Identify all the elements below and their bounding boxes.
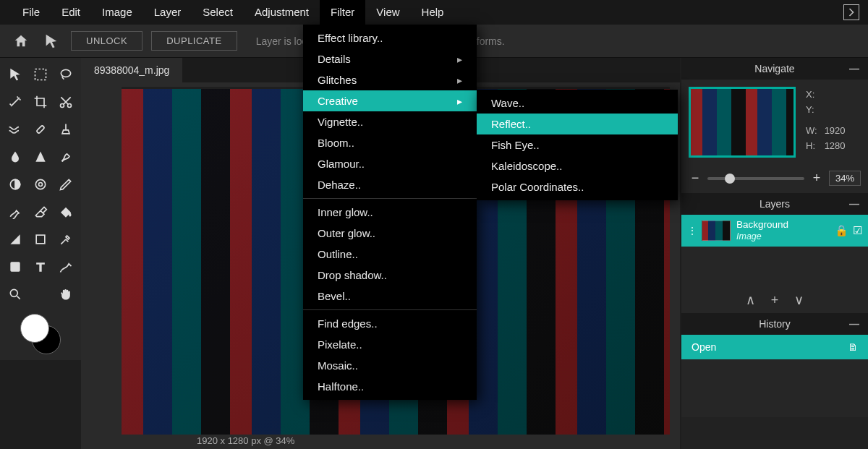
filter-effect-library[interactable]: Effect library.. <box>303 27 477 48</box>
shape-tool[interactable] <box>30 228 51 250</box>
dodge-tool[interactable] <box>4 174 25 195</box>
unlock-button[interactable]: UNLOCK <box>71 31 142 51</box>
eraser-tool[interactable] <box>30 201 51 223</box>
menu-help[interactable]: Help <box>411 0 455 25</box>
menu-edit[interactable]: Edit <box>51 0 91 25</box>
filter-inner-glow[interactable]: Inner glow.. <box>303 202 477 223</box>
filter-find-edges[interactable]: Find edges.. <box>303 313 477 334</box>
zoom-value[interactable]: 34% <box>829 171 861 186</box>
menu-select[interactable]: Select <box>192 0 244 25</box>
nav-x-label: X: <box>806 87 822 102</box>
nav-w-value: 1920 <box>825 123 846 138</box>
creative-kaleidoscope[interactable]: Kaleidoscope.. <box>477 155 678 176</box>
layers-title: Layers <box>760 198 790 210</box>
layer-down-button[interactable]: ∨ <box>794 292 804 308</box>
layer-add-button[interactable]: + <box>771 293 779 308</box>
navigate-thumbnail[interactable] <box>689 87 796 158</box>
home-icon[interactable] <box>10 30 32 52</box>
layer-label: BackgroundImage <box>736 219 835 242</box>
filter-details[interactable]: Details <box>303 48 477 69</box>
clone-tool[interactable] <box>56 119 77 140</box>
filter-pixelate[interactable]: Pixelate.. <box>303 334 477 355</box>
foreground-color[interactable] <box>20 314 49 343</box>
creative-polar-coordinates[interactable]: Polar Coordinates.. <box>477 176 678 197</box>
svg-rect-10 <box>36 235 45 244</box>
svg-point-7 <box>35 179 45 189</box>
right-panels: Navigate — X: Y: W: 1920 H: 1280 − + 34%… <box>681 58 868 449</box>
filter-outline[interactable]: Outline.. <box>303 244 477 265</box>
cut-tool[interactable] <box>56 91 77 113</box>
expand-panel-icon[interactable] <box>843 4 859 20</box>
fill-tool[interactable] <box>56 201 77 223</box>
svg-rect-0 <box>35 69 46 80</box>
filter-drop-shadow[interactable]: Drop shadow.. <box>303 265 477 286</box>
heal-tool[interactable] <box>30 119 51 140</box>
filter-outer-glow[interactable]: Outer glow.. <box>303 223 477 244</box>
collapse-navigate-icon[interactable]: — <box>849 63 859 74</box>
menu-view[interactable]: View <box>365 0 410 25</box>
color-swatches[interactable] <box>20 314 61 354</box>
creative-wave[interactable]: Wave.. <box>477 93 678 114</box>
frame-tool[interactable] <box>4 256 25 278</box>
crop-tool[interactable] <box>30 91 51 113</box>
toolbox <box>0 58 81 360</box>
filter-bloom[interactable]: Bloom.. <box>303 132 477 153</box>
filter-glamour[interactable]: Glamour.. <box>303 153 477 174</box>
filter-glitches[interactable]: Glitches <box>303 69 477 90</box>
menu-file[interactable]: File <box>12 0 51 25</box>
brush-tool[interactable] <box>4 201 25 223</box>
filter-halftone[interactable]: Halftone.. <box>303 376 477 397</box>
collapse-history-icon[interactable]: — <box>849 318 859 330</box>
creative-reflect[interactable]: Reflect.. <box>477 114 678 134</box>
duplicate-button[interactable]: DUPLICATE <box>151 31 237 51</box>
text-tool[interactable] <box>30 256 51 278</box>
svg-marker-5 <box>35 152 45 162</box>
filter-vignette[interactable]: Vignette.. <box>303 111 477 132</box>
eyedropper-tool[interactable] <box>56 228 77 250</box>
marquee-tool[interactable] <box>30 64 51 85</box>
history-row[interactable]: Open 🗎 <box>681 335 868 359</box>
lasso-tool[interactable] <box>56 64 77 85</box>
layer-drag-handle[interactable] <box>687 225 696 236</box>
menu-adjustment[interactable]: Adjustment <box>244 0 320 25</box>
svg-marker-9 <box>10 234 20 244</box>
lock-icon[interactable]: 🔒 <box>835 224 848 237</box>
menu-separator <box>303 198 477 199</box>
gradient-tool[interactable] <box>4 228 25 250</box>
menu-filter[interactable]: Filter <box>320 0 365 25</box>
document-tab[interactable]: 89388004_m.jpg <box>81 58 182 82</box>
filter-mosaic[interactable]: Mosaic.. <box>303 355 477 376</box>
hand-tool[interactable] <box>56 283 77 305</box>
zoom-in-button[interactable]: + <box>810 171 823 186</box>
liquify-tool[interactable] <box>4 119 25 140</box>
creative-fish-eye[interactable]: Fish Eye.. <box>477 134 678 155</box>
menu-image[interactable]: Image <box>91 0 143 25</box>
filter-dehaze[interactable]: Dehaze.. <box>303 174 477 195</box>
layer-thumbnail[interactable] <box>702 221 731 241</box>
visibility-checkbox[interactable]: ☑ <box>853 224 862 237</box>
smudge-tool[interactable] <box>56 146 77 168</box>
filter-creative[interactable]: Creative <box>303 90 477 111</box>
zoom-out-button[interactable]: − <box>689 171 702 186</box>
cursor-icon[interactable] <box>41 30 62 52</box>
collapse-layers-icon[interactable]: — <box>849 198 859 210</box>
pen-tool[interactable] <box>56 174 77 195</box>
layer-up-button[interactable]: ∧ <box>746 292 755 308</box>
nav-w-label: W: <box>806 123 822 138</box>
menu-layer[interactable]: Layer <box>143 0 192 25</box>
zoom-controls: − + 34% <box>681 165 868 193</box>
svg-rect-11 <box>10 262 20 271</box>
svg-point-8 <box>38 183 42 187</box>
filter-bevel[interactable]: Bevel.. <box>303 286 477 307</box>
blur-tool[interactable] <box>4 146 25 168</box>
move-tool[interactable] <box>4 64 25 85</box>
menu-separator <box>303 309 477 310</box>
draw-tool[interactable] <box>56 256 77 278</box>
zoom-tool[interactable] <box>4 283 25 305</box>
sponge-tool[interactable] <box>30 174 51 195</box>
nav-h-value: 1280 <box>825 138 846 153</box>
sharpen-tool[interactable] <box>30 146 51 168</box>
layer-row[interactable]: BackgroundImage 🔒 ☑ <box>681 215 868 247</box>
zoom-slider[interactable] <box>707 177 804 180</box>
wand-tool[interactable] <box>4 91 25 113</box>
